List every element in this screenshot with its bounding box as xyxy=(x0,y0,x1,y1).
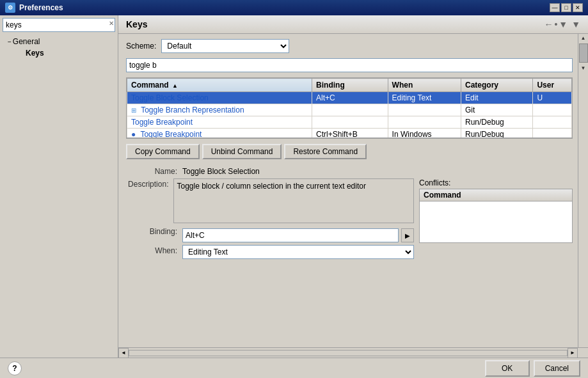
cell-command: ⊞ Toggle Branch Representation xyxy=(127,104,312,116)
binding-label: Binding: xyxy=(126,226,177,242)
binding-row: Binding: ▶ xyxy=(126,226,414,242)
maximize-button[interactable]: □ xyxy=(561,3,571,12)
branch-icon: ⊞ xyxy=(131,107,136,114)
cell-category: Run/Debug xyxy=(461,129,533,139)
scroll-left-arrow[interactable]: ◄ xyxy=(118,348,129,358)
tree-expand-icon[interactable]: − xyxy=(8,38,12,45)
title-bar: ⚙ Preferences — □ ✕ xyxy=(0,0,588,15)
name-label: Name: xyxy=(126,166,177,176)
sort-arrow-icon: ▲ xyxy=(172,83,178,89)
title-bar-controls[interactable]: — □ ✕ xyxy=(550,3,583,12)
conflicts-column-header: Command xyxy=(420,189,572,201)
description-label: Description: xyxy=(126,178,168,223)
sidebar-search-input[interactable] xyxy=(3,18,115,32)
cell-binding: Alt+C xyxy=(312,92,388,104)
sidebar: ✕ − General Keys xyxy=(0,15,118,358)
footer-buttons: OK Cancel xyxy=(485,360,580,377)
title-bar-left: ⚙ Preferences xyxy=(5,3,63,13)
main-window: ✕ − General Keys Keys ← • ▼ ▼ xyxy=(0,15,588,378)
conflicts-box: Command xyxy=(419,189,573,243)
separator-icon: • xyxy=(554,19,557,29)
when-select-wrapper: Editing Text xyxy=(182,245,414,259)
right-panel: Keys ← • ▼ ▼ ▲ ▼ Scheme: xyxy=(118,15,588,358)
scheme-row: Scheme: Default xyxy=(126,39,573,53)
keys-table-wrapper: Command ▲ Binding When Category User xyxy=(126,77,573,138)
unbind-command-button[interactable]: Unbind Command xyxy=(202,144,282,159)
command-name: Toggle Block Selection xyxy=(131,93,209,102)
search-box-container: ✕ xyxy=(3,18,115,32)
help-button[interactable]: ? xyxy=(8,361,22,375)
bottom-section: Copy Command Unbind Command Restore Comm… xyxy=(126,138,573,259)
cell-when xyxy=(388,116,461,129)
h-scroll-track[interactable] xyxy=(129,350,568,356)
circle-icon: ● xyxy=(131,130,136,138)
scroll-down-arrow[interactable]: ▼ xyxy=(580,64,587,72)
cancel-button[interactable]: Cancel xyxy=(534,360,580,377)
minimize-button[interactable]: — xyxy=(550,3,560,12)
cell-command: Toggle Breakpoint xyxy=(127,116,312,129)
binding-input-area: ▶ xyxy=(182,228,414,242)
filter-input[interactable] xyxy=(126,58,573,72)
cell-category: Run/Debug xyxy=(461,116,533,129)
cell-binding xyxy=(312,116,388,129)
forward-icon[interactable]: ▼ xyxy=(559,19,568,29)
when-row: When: Editing Text xyxy=(126,245,414,259)
action-buttons: Copy Command Unbind Command Restore Comm… xyxy=(126,144,573,159)
table-row[interactable]: Toggle Breakpoint Run/Debug xyxy=(127,116,572,129)
col-command-label: Command xyxy=(131,81,169,90)
restore-command-button[interactable]: Restore Command xyxy=(284,144,367,159)
panel-content: Scheme: Default Com xyxy=(118,34,588,347)
keys-table: Command ▲ Binding When Category User xyxy=(127,78,572,138)
binding-input[interactable] xyxy=(182,228,399,242)
horizontal-scrollbar[interactable]: ◄ ► xyxy=(118,347,588,358)
table-row[interactable]: Toggle Block Selection Alt+C Editing Tex… xyxy=(127,92,572,104)
close-button[interactable]: ✕ xyxy=(573,3,583,12)
cell-binding: Ctrl+Shift+B xyxy=(312,129,388,139)
table-row[interactable]: ⊞ Toggle Branch Representation Git xyxy=(127,104,572,116)
desc-binding-area: Description: Toggle block / column selec… xyxy=(126,178,573,259)
cell-command: ● Toggle Breakpoint xyxy=(127,129,312,139)
tree-general-row[interactable]: − General xyxy=(5,36,113,47)
tree-general-label: General xyxy=(13,37,40,46)
search-clear-icon[interactable]: ✕ xyxy=(109,20,114,27)
ok-button[interactable]: OK xyxy=(485,360,530,377)
description-textarea[interactable]: Toggle block / column selection in the c… xyxy=(173,178,414,223)
window-title: Preferences xyxy=(19,3,63,12)
scroll-thumb[interactable] xyxy=(579,43,588,63)
cell-when: Editing Text xyxy=(388,92,461,104)
cell-category: Git xyxy=(461,104,533,116)
col-header-user[interactable]: User xyxy=(533,79,572,92)
scroll-right-arrow[interactable]: ► xyxy=(568,348,578,358)
command-name: Toggle Branch Representation xyxy=(141,106,244,114)
command-name: Toggle Breakpoint xyxy=(131,118,193,127)
cell-when xyxy=(388,104,461,116)
scheme-select[interactable]: Default xyxy=(161,39,289,53)
cell-user: U xyxy=(533,92,572,104)
cell-user xyxy=(533,116,572,129)
cell-when: In Windows xyxy=(388,129,461,139)
col-header-binding[interactable]: Binding xyxy=(312,79,388,92)
detail-name-row: Name: Toggle Block Selection xyxy=(126,166,573,176)
scroll-up-arrow[interactable]: ▲ xyxy=(580,34,587,42)
vertical-scrollbar[interactable]: ▲ ▼ xyxy=(578,34,588,347)
copy-command-button[interactable]: Copy Command xyxy=(126,144,200,159)
col-header-when[interactable]: When xyxy=(388,79,461,92)
sidebar-item-keys[interactable]: Keys xyxy=(5,47,113,58)
desc-row: Description: Toggle block / column selec… xyxy=(126,178,414,223)
desc-left: Description: Toggle block / column selec… xyxy=(126,178,414,259)
footer: ? OK Cancel xyxy=(0,358,588,378)
scheme-label: Scheme: xyxy=(126,42,156,51)
details-grid: Name: Toggle Block Selection Description… xyxy=(126,166,573,259)
command-name: Toggle Breakpoint xyxy=(140,130,202,138)
when-select[interactable]: Editing Text xyxy=(182,245,414,259)
tree-general: − General Keys xyxy=(3,35,115,59)
name-value: Toggle Block Selection xyxy=(182,166,260,176)
back-icon[interactable]: ← xyxy=(544,19,553,29)
col-header-command[interactable]: Command ▲ xyxy=(127,79,312,92)
scroll-wrapper: ▲ ▼ Scheme: Default xyxy=(118,34,588,347)
menu-icon[interactable]: ▼ xyxy=(571,19,580,29)
table-row[interactable]: ● Toggle Breakpoint Ctrl+Shift+B In Wind… xyxy=(127,129,572,139)
col-header-category[interactable]: Category xyxy=(461,79,533,92)
binding-expand-btn[interactable]: ▶ xyxy=(401,228,414,242)
conflicts-area: Conflicts: Command xyxy=(419,178,573,259)
